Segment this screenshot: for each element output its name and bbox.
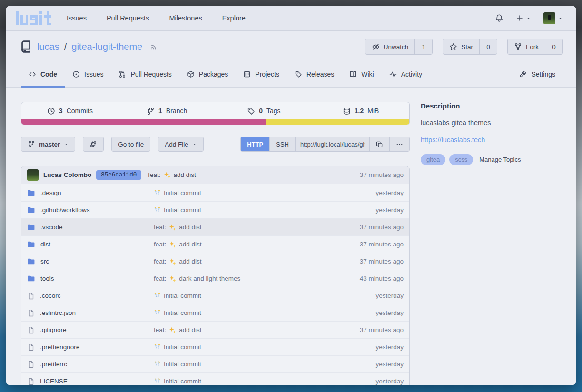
commits-stat[interactable]: 3 Commits [21,102,118,119]
file-name: .cocorc [40,292,61,299]
file-commit-message[interactable]: feat: add dist [154,241,327,248]
file-name-cell[interactable]: .github/workflows [27,206,154,214]
ellipsis-icon [396,141,403,148]
file-row[interactable]: dist feat: add dist 37 minutes ago [21,235,409,253]
tab-issues[interactable]: Issues [65,62,111,88]
clone-url-input[interactable] [295,137,369,151]
tab-packages[interactable]: Packages [179,62,236,88]
clinking-glasses-emoji [154,361,161,368]
clone-ssh-button[interactable]: SSH [269,137,295,151]
compare-button[interactable] [83,137,104,152]
fork-button[interactable]: Fork [508,39,545,54]
file-commit-message[interactable]: Initial commit [154,189,327,196]
file-name: src [40,258,49,265]
file-name-cell[interactable]: .prettierignore [27,343,154,351]
repo-content: 3 Commits 1 Branch 0 Tags [6,88,576,385]
branch-selector[interactable]: master [21,137,75,152]
watchers-count[interactable]: 1 [414,39,432,54]
git-compare-icon [89,140,97,148]
file-name-cell[interactable]: tools [27,274,154,283]
tab-releases[interactable]: Releases [287,62,342,88]
repo-name-link[interactable]: gitea-lugit-theme [71,41,142,52]
nav-item-milestones[interactable]: Milestones [169,14,202,22]
file-commit-message[interactable]: Initial commit [154,343,327,351]
file-row[interactable]: LICENSE Initial commit yesterday [21,372,409,385]
commit-message[interactable]: feat: add dist [148,171,196,178]
file-commit-message[interactable]: feat: dark and light themes [154,275,327,282]
go-to-file-button[interactable]: Go to file [111,137,150,152]
file-row[interactable]: .eslintrc.json Initial commit yesterday [21,304,409,321]
file-row[interactable]: .prettierrc Initial commit yesterday [21,355,409,372]
commit-hash-badge[interactable]: 85e6da11d0 [96,170,141,180]
commit-message-prefix: feat: [154,326,166,333]
tab-projects[interactable]: Projects [236,62,287,88]
forks-count[interactable]: 0 [545,39,562,54]
nav-item-pull-requests[interactable]: Pull Requests [107,14,149,22]
file-name: tools [40,275,54,282]
file-row[interactable]: .github/workflows Initial commit yesterd… [21,201,409,218]
website-link[interactable]: https://lucaslabs.tech [421,136,566,144]
file-commit-message[interactable]: Initial commit [154,361,327,368]
file-row[interactable]: .gitignore feat: add dist 37 minutes ago [21,321,409,338]
tab-settings[interactable]: Settings [512,62,563,88]
size-stat[interactable]: 1.2 MiB [312,102,409,119]
file-row[interactable]: .prettierignore Initial commit yesterday [21,338,409,355]
file-name-cell[interactable]: .prettierrc [27,361,154,368]
file-row[interactable]: .design Initial commit yesterday [21,184,409,201]
manage-topics-link[interactable]: Manage Topics [479,156,521,163]
file-row[interactable]: .cocorc Initial commit yesterday [21,287,409,304]
add-file-button[interactable]: Add File [158,137,204,152]
file-commit-message[interactable]: Initial commit [154,206,327,214]
repo-owner-link[interactable]: lucas [37,41,59,52]
file-row[interactable]: tools feat: dark and light themes 43 min… [21,270,409,287]
tab-wiki[interactable]: Wiki [342,62,381,88]
sparkles-emoji [169,326,176,333]
file-commit-message[interactable]: Initial commit [154,378,327,385]
clone-http-button[interactable]: HTTP [241,137,269,151]
tab-code[interactable]: Code [21,62,65,88]
file-name-cell[interactable]: dist [27,240,154,248]
copy-url-button[interactable] [369,137,389,151]
description-text: lucaslabs gitea themes [421,119,566,127]
unwatch-label: Unwatch [384,43,409,50]
nav-item-issues[interactable]: Issues [67,14,87,22]
file-name-cell[interactable]: .design [27,189,154,197]
commit-author-avatar[interactable] [27,169,39,181]
file-icon [27,343,35,351]
file-commit-message[interactable]: feat: add dist [154,224,327,231]
file-name-cell[interactable]: src [27,257,154,265]
file-commit-message[interactable]: Initial commit [154,292,327,299]
topic-pill[interactable]: scss [449,154,473,165]
user-menu-button[interactable] [543,12,563,24]
file-name-cell[interactable]: .eslintrc.json [27,309,154,317]
commit-author-name[interactable]: Lucas Colombo [43,171,91,178]
create-new-button[interactable] [516,14,531,22]
file-list: .design Initial commit yesterday .github… [21,184,409,385]
branches-stat[interactable]: 1 Branch [118,102,216,119]
rss-icon[interactable] [150,43,158,51]
topic-pill[interactable]: gitea [421,154,445,165]
file-commit-message[interactable]: Initial commit [154,309,327,316]
eye-slash-icon [372,43,380,51]
tags-stat[interactable]: 0 Tags [216,102,313,119]
notifications-button[interactable] [495,14,503,22]
language-bar[interactable] [21,119,409,125]
file-name-cell[interactable]: .vscode [27,223,154,231]
file-commit-message[interactable]: feat: add dist [154,326,327,333]
file-commit-message[interactable]: feat: add dist [154,258,327,265]
tab-pull-requests[interactable]: Pull Requests [111,62,179,88]
nav-item-explore[interactable]: Explore [222,14,246,22]
file-commit-time: yesterday [327,378,404,385]
file-name-cell[interactable]: .cocorc [27,292,154,300]
star-button[interactable]: Star [443,39,479,54]
stars-count[interactable]: 0 [479,39,497,54]
file-name-cell[interactable]: LICENSE [27,378,154,385]
file-row[interactable]: src feat: add dist 37 minutes ago [21,253,409,270]
file-name-cell[interactable]: .gitignore [27,326,154,334]
file-row[interactable]: .vscode feat: add dist 37 minutes ago [21,218,409,235]
tab-activity[interactable]: Activity [382,62,430,88]
unwatch-button[interactable]: Unwatch [365,39,415,54]
lugit-logo[interactable] [16,11,51,26]
clock-icon [47,107,55,115]
more-actions-button[interactable] [389,137,409,151]
